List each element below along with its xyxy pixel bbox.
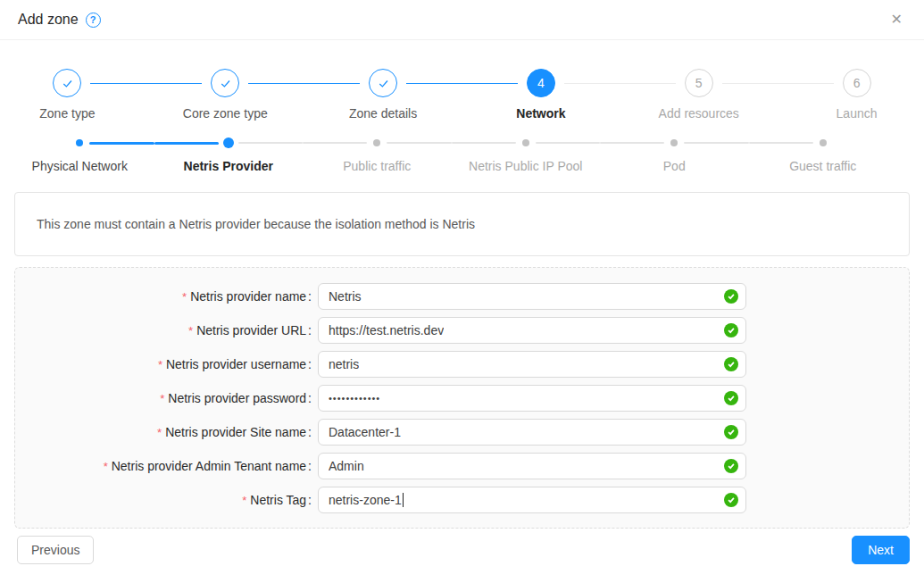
substep-guest-traffic: Guest traffic (749, 137, 898, 173)
valid-check-icon (724, 357, 738, 371)
substep-label: Public traffic (343, 159, 411, 173)
substep-netris-public-ip-pool: Netris Public IP Pool (452, 137, 601, 173)
step-network: 4 Network (462, 69, 620, 121)
substep-dot (670, 137, 678, 149)
dialog-header: Add zone ? ✕ (0, 0, 924, 40)
step-zone-details: Zone details (304, 69, 462, 121)
field-label: *Netris provider Admin Tenant name: (15, 459, 312, 473)
wizard-steps: Zone type Core zone type Zone details 4 … (0, 69, 924, 121)
step-label: Zone details (349, 106, 417, 121)
substep-label: Pod (663, 159, 686, 173)
form-row: *Netris provider name: Netris (15, 279, 909, 313)
substep-public-traffic: Public traffic (303, 137, 452, 173)
netris-provider-site-name-input[interactable]: Datacenter-1 (318, 419, 746, 446)
substep-dot (522, 137, 529, 149)
close-icon[interactable]: ✕ (887, 9, 906, 30)
valid-check-icon (724, 391, 738, 405)
substep-dot (373, 137, 380, 149)
network-substeps: Physical Network Netris Provider Public … (5, 137, 897, 173)
required-asterisk: * (242, 494, 246, 507)
substep-pod: Pod (600, 137, 749, 173)
dialog-title: Add zone (18, 12, 79, 28)
field-label: *Netris Tag: (15, 493, 312, 507)
substep-label: Netris Provider (184, 159, 273, 173)
substep-netris-provider: Netris Provider (154, 137, 304, 173)
required-asterisk: * (104, 460, 108, 473)
notice-text: This zone must contain a Netris provider… (37, 217, 475, 231)
required-asterisk: * (188, 324, 193, 337)
substep-dot (820, 137, 827, 149)
form-row: *Netris provider URL: https://test.netri… (15, 313, 909, 347)
step-number: 6 (843, 69, 871, 97)
previous-button[interactable]: Previous (17, 536, 94, 564)
step-label: Launch (837, 106, 878, 121)
form-row: *Netris Tag: netris-zone-1 (15, 483, 909, 517)
required-asterisk: * (158, 358, 162, 371)
step-label: Network (516, 106, 565, 121)
step-number: 4 (527, 69, 555, 97)
substep-label: Netris Public IP Pool (469, 159, 582, 173)
field-label: *Netris provider password: (15, 391, 312, 405)
form-row: *Netris provider username: netris (15, 347, 909, 381)
step-finished-check-icon (211, 69, 239, 97)
substep-label: Physical Network (32, 159, 128, 173)
field-label: *Netris provider username: (15, 357, 312, 371)
substep-physical-network: Physical Network (5, 137, 154, 173)
netris-provider-name-input[interactable]: Netris (318, 283, 746, 310)
valid-check-icon (724, 323, 738, 337)
step-number: 5 (685, 69, 713, 97)
substep-dot (76, 137, 83, 149)
step-zone-type: Zone type (0, 69, 146, 121)
field-label: *Netris provider name: (15, 289, 312, 304)
substep-dot (223, 137, 234, 149)
netris-provider-admin-tenant-name-input[interactable]: Admin (318, 453, 746, 479)
netris-provider-url-input[interactable]: https://test.netris.dev (318, 317, 746, 344)
text-caret (403, 493, 404, 507)
netris-tag-input[interactable]: netris-zone-1 (318, 487, 746, 513)
netris-provider-form: *Netris provider name: Netris *Netris pr… (14, 267, 910, 529)
field-label: *Netris provider Site name: (15, 425, 312, 439)
valid-check-icon (724, 493, 738, 507)
help-icon[interactable]: ? (86, 12, 101, 28)
step-finished-check-icon (369, 69, 397, 97)
step-label: Add resources (659, 106, 739, 121)
isolation-method-notice: This zone must contain a Netris provider… (14, 192, 910, 256)
step-launch: 6 Launch (778, 69, 924, 121)
valid-check-icon (724, 289, 738, 304)
next-button[interactable]: Next (852, 536, 910, 564)
required-asterisk: * (160, 392, 164, 405)
netris-provider-username-input[interactable]: netris (318, 351, 746, 378)
dialog-footer: Previous Next (0, 536, 924, 564)
form-row: *Netris provider Admin Tenant name: Admi… (15, 449, 909, 483)
field-label: *Netris provider URL: (15, 323, 312, 337)
valid-check-icon (724, 459, 738, 473)
netris-provider-password-input[interactable]: •••••••••••• (318, 385, 746, 412)
form-row: *Netris provider Site name: Datacenter-1 (15, 415, 909, 449)
step-label: Zone type (39, 106, 95, 121)
required-asterisk: * (157, 426, 162, 439)
step-label: Core zone type (183, 106, 268, 121)
step-finished-check-icon (53, 69, 81, 97)
form-row: *Netris provider password: •••••••••••• (15, 381, 909, 415)
valid-check-icon (724, 425, 738, 439)
step-core-zone-type: Core zone type (146, 69, 304, 121)
substep-label: Guest traffic (789, 159, 856, 173)
required-asterisk: * (182, 290, 187, 304)
step-add-resources: 5 Add resources (620, 69, 778, 121)
